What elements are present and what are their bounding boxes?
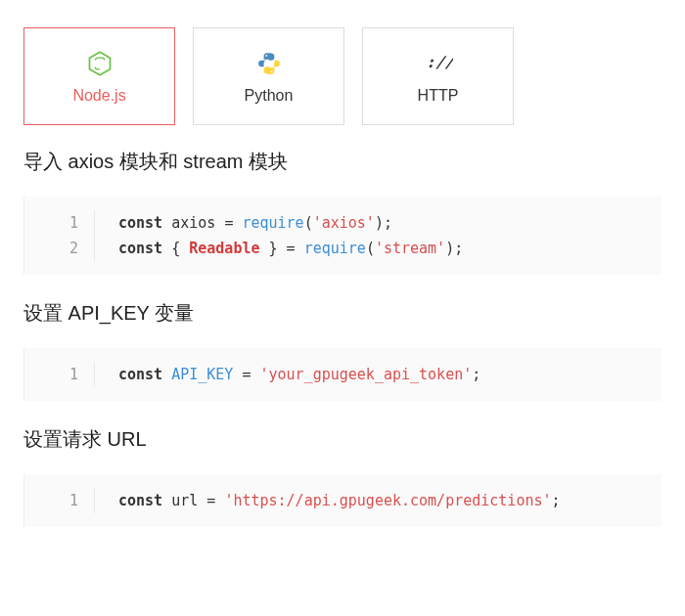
nodejs-icon: [86, 48, 114, 79]
language-tabs: Node.js Python :// HTTP: [23, 27, 662, 125]
section-apikey: 设置 API_KEY 变量 1 const API_KEY = 'your_gp…: [23, 300, 662, 401]
line-numbers: 12: [24, 210, 95, 261]
section-title: 导入 axios 模块和 stream 模块: [23, 149, 662, 175]
line-numbers: 1: [24, 362, 95, 387]
line-numbers: 1: [24, 488, 95, 513]
section-title: 设置请求 URL: [23, 426, 662, 453]
tab-label: HTTP: [418, 87, 459, 105]
tab-label: Node.js: [72, 87, 125, 105]
tab-label: Python: [245, 87, 294, 105]
code-content: const url = 'https://api.gpugeek.com/pre…: [95, 488, 561, 513]
code-content: const API_KEY = 'your_gpugeek_api_token'…: [95, 362, 480, 387]
section-title: 设置 API_KEY 变量: [23, 300, 662, 327]
tab-http[interactable]: :// HTTP: [362, 27, 514, 125]
section-url: 设置请求 URL 1 const url = 'https://api.gpug…: [23, 426, 662, 527]
svg-point-2: [270, 70, 272, 72]
section-import: 导入 axios 模块和 stream 模块 12 const axios = …: [23, 149, 662, 275]
code-block: 1 const API_KEY = 'your_gpugeek_api_toke…: [23, 348, 662, 401]
code-block: 12 const axios = require('axios');const …: [23, 197, 662, 275]
svg-point-1: [265, 55, 267, 57]
svg-text:://: ://: [426, 53, 453, 71]
code-block: 1 const url = 'https://api.gpugeek.com/p…: [23, 474, 662, 527]
tab-nodejs[interactable]: Node.js: [23, 27, 175, 125]
svg-marker-0: [89, 52, 110, 74]
http-icon: ://: [424, 48, 453, 79]
python-icon: [256, 48, 282, 79]
tab-python[interactable]: Python: [193, 27, 344, 125]
code-content: const axios = require('axios');const { R…: [95, 210, 463, 261]
